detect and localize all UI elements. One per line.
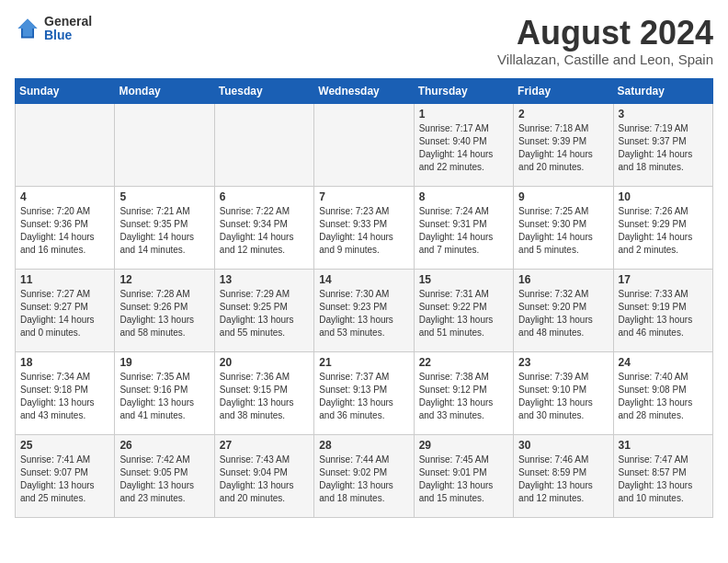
day-number: 30 — [518, 439, 608, 452]
day-info: Sunrise: 7:36 AM Sunset: 9:15 PM Dayligh… — [220, 371, 309, 422]
day-info: Sunrise: 7:40 AM Sunset: 9:08 PM Dayligh… — [619, 371, 708, 422]
day-cell: 26Sunrise: 7:42 AM Sunset: 9:05 PM Dayli… — [115, 434, 214, 517]
day-cell — [16, 103, 115, 186]
day-cell: 15Sunrise: 7:31 AM Sunset: 9:22 PM Dayli… — [414, 269, 513, 351]
month-year-title: August 2024 — [497, 15, 713, 52]
day-info: Sunrise: 7:18 AM Sunset: 9:39 PM Dayligh… — [518, 122, 608, 174]
day-info: Sunrise: 7:43 AM Sunset: 9:04 PM Dayligh… — [220, 454, 309, 505]
day-cell: 25Sunrise: 7:41 AM Sunset: 9:07 PM Dayli… — [16, 434, 115, 517]
day-info: Sunrise: 7:32 AM Sunset: 9:20 PM Dayligh… — [518, 288, 608, 339]
day-cell: 22Sunrise: 7:38 AM Sunset: 9:12 PM Dayli… — [414, 351, 513, 434]
day-info: Sunrise: 7:37 AM Sunset: 9:13 PM Dayligh… — [319, 371, 408, 422]
day-info: Sunrise: 7:23 AM Sunset: 9:33 PM Dayligh… — [319, 205, 408, 257]
day-number: 13 — [220, 273, 309, 286]
day-cell: 2Sunrise: 7:18 AM Sunset: 9:39 PM Daylig… — [514, 103, 613, 186]
logo: General Blue — [15, 15, 92, 43]
day-number: 24 — [619, 356, 708, 369]
logo-general-text: General — [44, 15, 92, 29]
day-cell: 23Sunrise: 7:39 AM Sunset: 9:10 PM Dayli… — [514, 351, 613, 434]
day-cell: 29Sunrise: 7:45 AM Sunset: 9:01 PM Dayli… — [414, 434, 513, 517]
day-number: 18 — [20, 356, 109, 369]
day-number: 9 — [518, 190, 608, 203]
header-cell-sunday: Sunday — [16, 78, 115, 103]
day-info: Sunrise: 7:35 AM Sunset: 9:16 PM Dayligh… — [119, 371, 209, 422]
day-cell: 12Sunrise: 7:28 AM Sunset: 9:26 PM Dayli… — [115, 269, 214, 351]
day-info: Sunrise: 7:20 AM Sunset: 9:36 PM Dayligh… — [20, 205, 109, 257]
day-cell: 1Sunrise: 7:17 AM Sunset: 9:40 PM Daylig… — [414, 103, 513, 186]
day-info: Sunrise: 7:42 AM Sunset: 9:05 PM Dayligh… — [119, 454, 209, 505]
day-cell: 8Sunrise: 7:24 AM Sunset: 9:31 PM Daylig… — [414, 186, 513, 269]
day-cell: 14Sunrise: 7:30 AM Sunset: 9:23 PM Dayli… — [314, 269, 414, 351]
day-info: Sunrise: 7:41 AM Sunset: 9:07 PM Dayligh… — [20, 454, 109, 505]
day-number: 7 — [319, 190, 408, 203]
day-number: 23 — [518, 356, 608, 369]
day-number: 31 — [619, 439, 708, 452]
day-info: Sunrise: 7:31 AM Sunset: 9:22 PM Dayligh… — [419, 288, 508, 339]
day-info: Sunrise: 7:47 AM Sunset: 8:57 PM Dayligh… — [619, 454, 708, 505]
header-cell-tuesday: Tuesday — [214, 78, 313, 103]
day-number: 25 — [20, 439, 109, 452]
day-info: Sunrise: 7:30 AM Sunset: 9:23 PM Dayligh… — [319, 288, 408, 339]
svg-marker-1 — [18, 19, 38, 37]
day-number: 19 — [119, 356, 209, 369]
day-cell: 16Sunrise: 7:32 AM Sunset: 9:20 PM Dayli… — [514, 269, 613, 351]
day-cell — [314, 103, 414, 186]
day-number: 29 — [419, 439, 508, 452]
day-number: 12 — [119, 273, 209, 286]
week-row-3: 11Sunrise: 7:27 AM Sunset: 9:27 PM Dayli… — [16, 269, 713, 351]
day-info: Sunrise: 7:24 AM Sunset: 9:31 PM Dayligh… — [419, 205, 508, 257]
day-cell: 13Sunrise: 7:29 AM Sunset: 9:25 PM Dayli… — [214, 269, 313, 351]
day-info: Sunrise: 7:25 AM Sunset: 9:30 PM Dayligh… — [518, 205, 608, 257]
day-number: 10 — [619, 190, 708, 203]
day-cell — [214, 103, 313, 186]
header-row: SundayMondayTuesdayWednesdayThursdayFrid… — [16, 78, 713, 103]
day-info: Sunrise: 7:27 AM Sunset: 9:27 PM Dayligh… — [20, 288, 109, 339]
day-number: 1 — [419, 108, 508, 121]
day-number: 27 — [220, 439, 309, 452]
calendar-table: SundayMondayTuesdayWednesdayThursdayFrid… — [15, 78, 713, 518]
day-info: Sunrise: 7:39 AM Sunset: 9:10 PM Dayligh… — [518, 371, 608, 422]
day-cell: 5Sunrise: 7:21 AM Sunset: 9:35 PM Daylig… — [115, 186, 214, 269]
day-cell: 7Sunrise: 7:23 AM Sunset: 9:33 PM Daylig… — [314, 186, 414, 269]
calendar-header: SundayMondayTuesdayWednesdayThursdayFrid… — [16, 78, 713, 103]
day-cell: 4Sunrise: 7:20 AM Sunset: 9:36 PM Daylig… — [16, 186, 115, 269]
logo-icon — [15, 16, 40, 41]
day-info: Sunrise: 7:33 AM Sunset: 9:19 PM Dayligh… — [619, 288, 708, 339]
header-cell-saturday: Saturday — [613, 78, 712, 103]
day-number: 5 — [119, 190, 209, 203]
header-cell-wednesday: Wednesday — [314, 78, 414, 103]
title-block: August 2024 Villalazan, Castille and Leo… — [497, 15, 713, 67]
day-number: 2 — [518, 108, 608, 121]
day-number: 20 — [220, 356, 309, 369]
day-number: 15 — [419, 273, 508, 286]
day-number: 21 — [319, 356, 408, 369]
day-number: 11 — [20, 273, 109, 286]
day-cell: 9Sunrise: 7:25 AM Sunset: 9:30 PM Daylig… — [514, 186, 613, 269]
day-number: 16 — [518, 273, 608, 286]
day-number: 8 — [419, 190, 508, 203]
day-info: Sunrise: 7:17 AM Sunset: 9:40 PM Dayligh… — [419, 122, 508, 174]
day-number: 4 — [20, 190, 109, 203]
day-info: Sunrise: 7:22 AM Sunset: 9:34 PM Dayligh… — [220, 205, 309, 257]
day-info: Sunrise: 7:34 AM Sunset: 9:18 PM Dayligh… — [20, 371, 109, 422]
day-cell: 30Sunrise: 7:46 AM Sunset: 8:59 PM Dayli… — [514, 434, 613, 517]
day-info: Sunrise: 7:45 AM Sunset: 9:01 PM Dayligh… — [419, 454, 508, 505]
header-cell-friday: Friday — [514, 78, 613, 103]
logo-text: General Blue — [44, 15, 92, 43]
day-number: 6 — [220, 190, 309, 203]
day-cell: 27Sunrise: 7:43 AM Sunset: 9:04 PM Dayli… — [214, 434, 313, 517]
day-info: Sunrise: 7:28 AM Sunset: 9:26 PM Dayligh… — [119, 288, 209, 339]
day-cell: 18Sunrise: 7:34 AM Sunset: 9:18 PM Dayli… — [16, 351, 115, 434]
day-number: 14 — [319, 273, 408, 286]
day-cell: 24Sunrise: 7:40 AM Sunset: 9:08 PM Dayli… — [613, 351, 712, 434]
header-cell-monday: Monday — [115, 78, 214, 103]
day-info: Sunrise: 7:26 AM Sunset: 9:29 PM Dayligh… — [619, 205, 708, 257]
page-header: General Blue August 2024 Villalazan, Cas… — [15, 15, 713, 67]
day-number: 3 — [619, 108, 708, 121]
day-info: Sunrise: 7:38 AM Sunset: 9:12 PM Dayligh… — [419, 371, 508, 422]
day-cell: 19Sunrise: 7:35 AM Sunset: 9:16 PM Dayli… — [115, 351, 214, 434]
location-subtitle: Villalazan, Castille and Leon, Spain — [497, 52, 713, 67]
day-number: 28 — [319, 439, 408, 452]
day-cell: 10Sunrise: 7:26 AM Sunset: 9:29 PM Dayli… — [613, 186, 712, 269]
week-row-5: 25Sunrise: 7:41 AM Sunset: 9:07 PM Dayli… — [16, 434, 713, 517]
